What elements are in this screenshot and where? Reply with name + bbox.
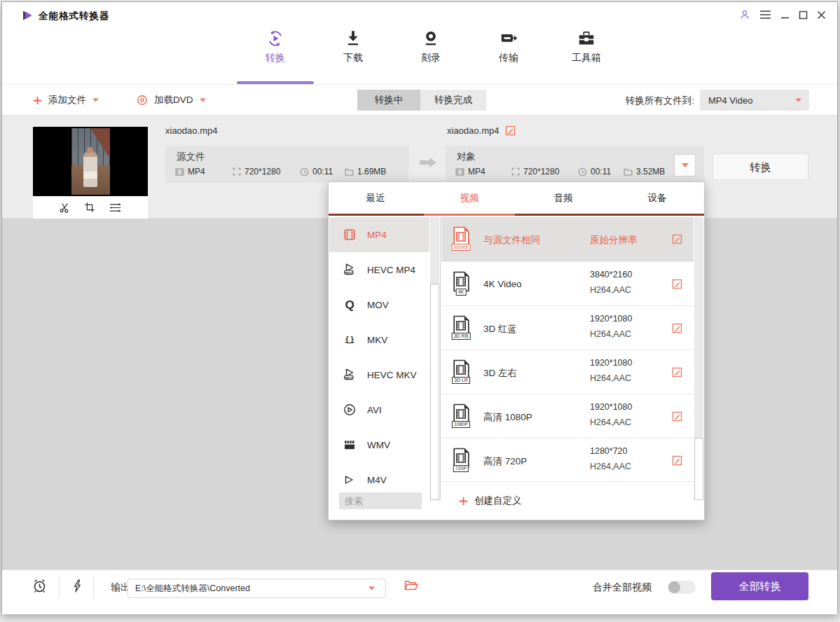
crop-icon[interactable] (84, 202, 95, 213)
preset-list-scrollbar[interactable] (694, 217, 703, 500)
source-size-value: 1.69MB (357, 167, 386, 177)
search-input[interactable] (339, 492, 422, 509)
popup-tabs-divider (329, 214, 704, 216)
edit-preset-icon[interactable] (672, 323, 682, 333)
clip-tools (33, 196, 148, 219)
minimize-icon[interactable] (780, 11, 790, 20)
target-duration: 00:11 (578, 167, 624, 177)
convert-button[interactable]: 转换 (712, 153, 808, 180)
create-custom-button[interactable]: 创建自定义 (459, 495, 522, 507)
nav-tab[interactable]: 工具箱 (561, 29, 612, 64)
preset-detail: 原始分辨率 (590, 234, 638, 247)
maximize-icon[interactable] (799, 11, 808, 20)
preset-badge: 4K (456, 289, 467, 296)
nav-tab-label: 传输 (483, 52, 534, 64)
popup-tab[interactable]: 最近 (329, 182, 422, 214)
nav-tab[interactable]: 传输 (483, 29, 534, 64)
edit-preset-icon[interactable] (672, 279, 682, 289)
nav-tab[interactable]: 刻录 (406, 29, 456, 64)
scrollbar-thumb[interactable] (694, 438, 703, 500)
nav-tab-label: 下载 (328, 52, 378, 64)
format-item[interactable]: MKV (329, 322, 429, 357)
chevron-down-icon (682, 163, 689, 167)
edit-preset-icon[interactable] (672, 234, 682, 244)
rename-edit-icon[interactable] (505, 125, 516, 136)
format-item[interactable]: HEVC MP4 (329, 252, 429, 287)
preset-badge: 3D LR (452, 377, 470, 384)
nav-tab-icon (343, 29, 363, 48)
close-icon[interactable] (817, 11, 826, 20)
trim-scissors-icon[interactable] (59, 202, 71, 214)
chevron-down-icon[interactable] (369, 586, 375, 590)
target-format-dropdown-button[interactable] (674, 154, 696, 177)
source-section-label: 源文件 (177, 151, 205, 163)
target-format-value: MP4 (468, 167, 486, 177)
chevron-down-icon (795, 98, 801, 102)
format-popup-tabs: 最近 视频 音频 设备 (329, 182, 704, 214)
edit-preset-icon[interactable] (672, 455, 682, 466)
nav-tab[interactable]: 转换 (250, 29, 301, 64)
nav-tab-icon (577, 29, 596, 48)
nav-tab-icon (266, 29, 285, 48)
output-format-dropdown[interactable]: MP4 Video (700, 90, 809, 111)
format-item[interactable]: WMV (329, 427, 429, 462)
edit-preset-icon[interactable] (672, 411, 682, 422)
preset-item[interactable]: 4K 4K Video 3840*2160 H264,AAC (441, 261, 694, 305)
target-info-items: MP4 720*1280 00:11 3.52MB (455, 167, 680, 177)
preset-resolution: 1920*1080 (590, 314, 632, 324)
preset-file-icon: source (451, 226, 471, 251)
source-format: MP4 (175, 167, 233, 177)
clock-icon (578, 167, 587, 177)
source-format-value: MP4 (188, 167, 205, 177)
schedule-alarm-icon[interactable] (32, 578, 48, 594)
tab-completed[interactable]: 转换完成 (420, 90, 486, 111)
preset-item[interactable]: 1080P 高清 1080P 1920*1080 H264,AAC (441, 394, 694, 438)
preset-item[interactable]: source 与源文件相同 原始分辨率 (441, 217, 694, 261)
app-window: 全能格式转换器 转换 下载 刻录 (1, 1, 838, 614)
format-name: AVI (367, 405, 382, 415)
format-name: WMV (367, 440, 390, 450)
preset-name: 3D 红蓝 (483, 323, 517, 336)
film-icon (175, 167, 184, 177)
preset-name: 3D 左右 (483, 367, 517, 380)
add-files-button[interactable]: 添加文件 (33, 85, 99, 116)
output-path-input[interactable] (128, 579, 386, 598)
preset-item[interactable]: 720P 高清 720P 1280*720 H264,AAC (441, 438, 694, 482)
format-item[interactable]: MOV (329, 287, 429, 322)
popup-tab[interactable]: 视频 (422, 182, 516, 214)
user-account-icon[interactable] (739, 9, 750, 20)
preset-item[interactable]: 3D LR 3D 左右 1920*1080 H264,AAC (441, 350, 694, 394)
convert-direction-arrow-icon (418, 156, 438, 170)
nav-tab-icon (499, 29, 518, 48)
format-icon (343, 298, 357, 312)
format-list-scrollbar[interactable] (430, 217, 439, 500)
format-item[interactable]: M4V (329, 462, 429, 486)
popup-panel-divider (440, 217, 441, 500)
open-output-folder-icon[interactable] (404, 580, 418, 591)
effects-sliders-icon[interactable] (109, 202, 122, 214)
toggle-knob (668, 581, 680, 593)
format-item[interactable]: AVI (329, 392, 429, 427)
format-item[interactable]: MP4 (329, 217, 429, 252)
format-name: MP4 (367, 230, 387, 240)
tab-converting[interactable]: 转换中 (357, 90, 420, 111)
popup-tab[interactable]: 设备 (610, 182, 704, 214)
preset-item[interactable]: 3D RB 3D 红蓝 1920*1080 H264,AAC (441, 305, 694, 350)
popup-tab[interactable]: 音频 (516, 182, 610, 214)
merge-all-toggle[interactable] (668, 581, 696, 594)
convert-all-button[interactable]: 全部转换 (711, 572, 808, 600)
source-filename: xiaodao.mp4 (165, 125, 217, 136)
scrollbar-thumb[interactable] (430, 284, 439, 500)
plus-icon (33, 96, 42, 105)
window-controls (739, 9, 826, 20)
edit-preset-icon[interactable] (672, 367, 682, 378)
preset-resolution: 1920*1080 (590, 358, 632, 368)
high-speed-bolt-icon[interactable] (70, 578, 85, 594)
format-name: MOV (367, 300, 389, 310)
nav-tab[interactable]: 下载 (328, 29, 378, 64)
plus-icon (459, 497, 468, 506)
preset-name: 与源文件相同 (483, 234, 540, 247)
format-item[interactable]: HEVC MKV (329, 357, 429, 392)
menu-icon[interactable] (759, 10, 771, 20)
load-dvd-button[interactable]: 加载DVD (137, 85, 206, 116)
